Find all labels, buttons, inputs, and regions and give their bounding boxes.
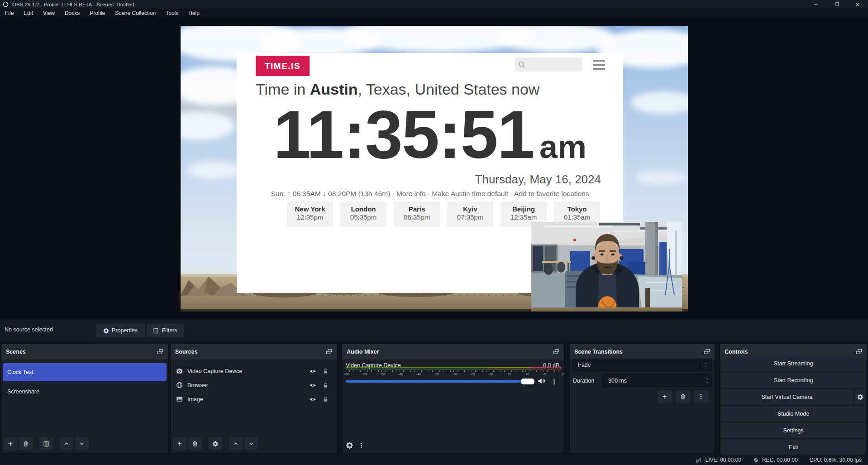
duration-spinner[interactable] xyxy=(705,377,710,384)
chevron-down-icon xyxy=(248,441,254,447)
transition-options-button[interactable] xyxy=(694,390,708,403)
menu-file[interactable]: File xyxy=(0,10,19,16)
advanced-audio-gear-icon[interactable] xyxy=(346,441,353,449)
popout-dock-icon[interactable] xyxy=(326,349,332,355)
gear-icon xyxy=(857,394,863,400)
add-transition-button[interactable] xyxy=(658,390,672,403)
meter-tick: -45 xyxy=(395,372,406,376)
add-source-button[interactable] xyxy=(173,437,186,451)
virtual-camera-settings-button[interactable] xyxy=(855,389,866,404)
remove-source-button[interactable] xyxy=(188,437,202,451)
title-bar: OBS 29.1.2 - Profile: LLHLS BETA - Scene… xyxy=(0,0,868,9)
properties-button[interactable]: Properties xyxy=(96,324,145,337)
eye-visible-icon[interactable] xyxy=(309,382,316,389)
close-button[interactable] xyxy=(847,0,868,9)
meter-tick: -5 xyxy=(539,372,550,376)
menu-tools[interactable]: Tools xyxy=(161,10,183,16)
duration-spinbox[interactable]: 300 ms xyxy=(602,374,712,387)
maximize-icon xyxy=(834,1,840,7)
select-spinner[interactable] xyxy=(700,359,711,371)
chevron-down-icon xyxy=(79,441,85,447)
lock-open-icon[interactable] xyxy=(322,396,329,403)
minimize-button[interactable] xyxy=(806,0,826,9)
lock-open-icon[interactable] xyxy=(322,382,329,388)
sources-panel: Sources Video Capture Device Browser xyxy=(170,344,337,453)
move-source-down-button[interactable] xyxy=(244,437,258,451)
source-item-image[interactable]: Image xyxy=(171,392,337,406)
preview-canvas[interactable]: TIME.IS Time in Austin, Texas, United St… xyxy=(0,17,868,319)
volume-meter xyxy=(346,367,562,370)
scenes-panel: Scenes Clock Test Screenshare xyxy=(1,344,168,453)
obs-window: OBS 29.1.2 - Profile: LLHLS BETA - Scene… xyxy=(0,0,868,465)
image-icon xyxy=(176,396,183,403)
clock-time: 11:35:51 xyxy=(273,96,534,173)
chevron-up-icon xyxy=(704,362,708,365)
page-title: Time in Austin, Texas, United States now xyxy=(256,81,539,98)
move-scene-up-button[interactable] xyxy=(60,437,73,451)
source-item-video-capture[interactable]: Video Capture Device xyxy=(171,364,337,378)
speaker-icon[interactable] xyxy=(538,377,545,385)
start-recording-button[interactable]: Start Recording xyxy=(721,373,866,388)
lock-open-icon[interactable] xyxy=(322,368,329,374)
volume-slider-handle[interactable] xyxy=(521,379,534,384)
start-virtual-camera-button[interactable]: Start Virtual Camera xyxy=(721,389,853,404)
chevron-down-icon xyxy=(705,381,710,384)
transition-select[interactable]: Fade xyxy=(573,359,712,371)
volume-slider[interactable] xyxy=(346,380,525,383)
mixer-options-kebab-icon[interactable] xyxy=(358,442,365,449)
start-streaming-button[interactable]: Start Streaming xyxy=(721,356,866,371)
channel-options-button[interactable] xyxy=(548,377,560,387)
controls-panel: Controls Start Streaming Start Recording… xyxy=(720,344,867,453)
exit-button[interactable]: Exit xyxy=(721,440,866,455)
menu-help[interactable]: Help xyxy=(183,10,205,16)
audio-mixer-header: Audio Mixer xyxy=(342,344,564,360)
remove-scene-button[interactable] xyxy=(19,437,33,451)
filters-button[interactable]: Filters xyxy=(147,324,184,337)
meter-tick: -25 xyxy=(467,372,478,376)
menu-docks[interactable]: Docks xyxy=(60,10,85,16)
popout-dock-icon[interactable] xyxy=(157,349,163,355)
menu-scene-collection[interactable]: Scene Collection xyxy=(110,10,161,16)
source-item-browser[interactable]: Browser xyxy=(171,378,337,392)
scene-transitions-panel: Scene Transitions Fade Duration 300 ms xyxy=(569,344,715,453)
program-video[interactable]: TIME.IS Time in Austin, Texas, United St… xyxy=(181,26,688,312)
popout-dock-icon[interactable] xyxy=(856,349,862,355)
menu-edit[interactable]: Edit xyxy=(19,10,38,16)
remove-transition-button[interactable] xyxy=(676,390,690,403)
globe-icon xyxy=(176,382,183,388)
timeis-logo: TIME.IS xyxy=(256,56,310,76)
meter-tick: -10 xyxy=(521,372,532,376)
move-source-up-button[interactable] xyxy=(229,437,243,451)
mixer-toolbar xyxy=(346,441,365,449)
meter-tickmarks xyxy=(346,370,562,372)
trash-icon xyxy=(680,393,686,400)
city-card: New York12:35pm xyxy=(287,201,333,227)
menu-profile[interactable]: Profile xyxy=(85,10,110,16)
city-card: Kyiv07:35pm xyxy=(447,201,493,227)
kebab-icon xyxy=(551,379,558,385)
scene-filters-button[interactable] xyxy=(39,437,53,451)
add-scene-button[interactable] xyxy=(4,437,17,451)
eye-visible-icon[interactable] xyxy=(309,368,316,375)
menu-view[interactable]: View xyxy=(38,10,60,16)
meter-tick: -35 xyxy=(431,372,442,376)
settings-button[interactable]: Settings xyxy=(721,423,866,438)
meter-tick: 0 xyxy=(557,372,568,376)
meter-tick: -50 xyxy=(377,372,388,376)
popout-dock-icon[interactable] xyxy=(704,349,710,355)
scene-item-screenshare[interactable]: Screenshare xyxy=(3,383,167,401)
scenes-toolbar xyxy=(4,437,89,451)
city-card: Paris06:35pm xyxy=(394,201,440,227)
studio-mode-button[interactable]: Studio Mode xyxy=(721,406,866,421)
sources-panel-header: Sources xyxy=(171,344,337,360)
eye-visible-icon[interactable] xyxy=(309,396,316,403)
chevron-down-icon xyxy=(704,365,708,368)
audio-mixer-panel: Audio Mixer Video Capture Device 0.0 dB … xyxy=(342,344,564,453)
maximize-button[interactable] xyxy=(826,0,847,9)
move-scene-down-button[interactable] xyxy=(75,437,89,451)
gear-icon xyxy=(212,441,219,447)
source-properties-button[interactable] xyxy=(209,437,222,451)
timeis-search-box xyxy=(515,58,582,72)
scene-item-clock-test[interactable]: Clock Test xyxy=(3,363,167,381)
popout-dock-icon[interactable] xyxy=(553,349,559,355)
